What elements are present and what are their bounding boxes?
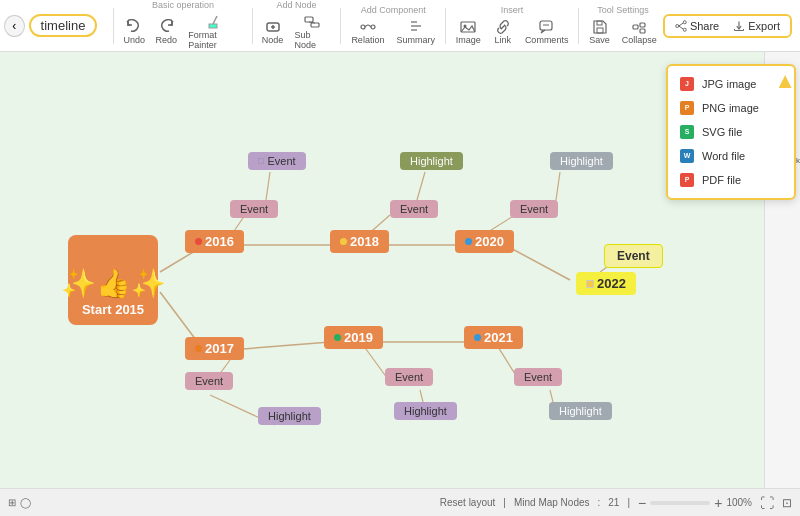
year-2019-node[interactable]: 2019 (324, 326, 383, 349)
svg-line-25 (679, 23, 684, 26)
export-png-label: PNG image (702, 102, 759, 114)
group-label-insert: Insert (501, 5, 524, 15)
export-word-option[interactable]: W Word file (668, 144, 794, 168)
undo-button[interactable]: Undo (120, 17, 148, 47)
svg-line-7 (309, 22, 315, 23)
group-label-tools: Tool Settings (597, 5, 649, 15)
start-node[interactable]: ✨👍✨ Start 2015 (68, 235, 158, 325)
year-2021-dot (474, 334, 481, 341)
zoom-slider[interactable] (650, 501, 710, 505)
highlight-2016-label: Event (267, 155, 295, 167)
event-2017-node[interactable]: Event (185, 372, 233, 390)
divider-4 (445, 8, 446, 44)
format-painter-button[interactable]: Format Painter (184, 12, 245, 52)
mode-label: Mind Map Nodes (514, 497, 590, 508)
event-2021-node[interactable]: Event (514, 368, 562, 386)
highlight-2016-icon: □ (258, 156, 263, 166)
event-2022-label: Event (617, 249, 650, 263)
export-dropdown: J JPG image P PNG image S SVG file W Wor… (666, 64, 796, 200)
highlight-2016-node[interactable]: □ Event (248, 152, 306, 170)
share-button[interactable]: Share (671, 18, 723, 34)
document-title[interactable]: timeline (29, 14, 98, 37)
highlight-2018-label: Highlight (410, 155, 453, 167)
year-2021-node[interactable]: 2021 (464, 326, 523, 349)
export-png-option[interactable]: P PNG image (668, 96, 794, 120)
event-2021-label: Event (524, 371, 552, 383)
event-2018-node[interactable]: Event (390, 200, 438, 218)
export-label: Export (748, 20, 780, 32)
share-label: Share (690, 20, 719, 32)
subnode-button[interactable]: Sub Node (291, 12, 335, 52)
link-label: Link (495, 35, 512, 45)
highlight-2019-label: Highlight (404, 405, 447, 417)
export-button[interactable]: Export (729, 18, 784, 34)
year-2022-node[interactable]: 2022 (576, 272, 636, 295)
divider-2 (252, 8, 253, 44)
svg-rect-20 (640, 23, 645, 27)
zoom-in-button[interactable]: + (714, 495, 722, 511)
status-icon-2: ◯ (20, 497, 31, 508)
highlight-2021-label: Highlight (559, 405, 602, 417)
year-2022-dot (586, 280, 594, 288)
fit-screen-button[interactable]: ⊡ (782, 496, 792, 510)
highlight-2020-label: Highlight (560, 155, 603, 167)
svg-icon: S (680, 125, 694, 139)
relation-button[interactable]: Relation (347, 17, 388, 47)
event-2022-node[interactable]: Event (604, 244, 663, 268)
svg-rect-0 (209, 24, 217, 28)
reset-layout-label: Reset layout (440, 497, 496, 508)
highlight-2017-node[interactable]: Highlight (258, 407, 321, 425)
year-2016-label: 2016 (205, 234, 234, 249)
group-label-component: Add Component (361, 5, 426, 15)
year-2016-node[interactable]: 2016 (185, 230, 244, 253)
status-icon-1: ⊞ (8, 497, 16, 508)
year-2018-node[interactable]: 2018 (330, 230, 389, 253)
png-icon: P (680, 101, 694, 115)
fullscreen-button[interactable]: ⛶ (760, 495, 774, 511)
export-pdf-option[interactable]: P PDF file (668, 168, 794, 192)
svg-rect-21 (640, 29, 645, 33)
zoom-control: − + 100% (638, 495, 752, 511)
up-arrow-icon: ▲ (774, 68, 796, 94)
highlight-2021-node[interactable]: Highlight (549, 402, 612, 420)
year-2019-dot (334, 334, 341, 341)
svg-point-24 (676, 24, 679, 27)
year-2020-node[interactable]: 2020 (455, 230, 514, 253)
redo-button[interactable]: Redo (152, 17, 180, 47)
back-button[interactable]: ‹ (4, 15, 25, 37)
year-2022-label: 2022 (597, 276, 626, 291)
image-button[interactable]: Image (452, 17, 485, 47)
svg-rect-6 (311, 23, 319, 27)
event-2019-node[interactable]: Event (385, 368, 433, 386)
event-2018-label: Event (400, 203, 428, 215)
event-2020-node[interactable]: Event (510, 200, 558, 218)
year-2019-label: 2019 (344, 330, 373, 345)
year-2017-dot (195, 345, 202, 352)
reset-layout-button[interactable]: Reset layout (440, 497, 496, 508)
event-2016-node[interactable]: Event (230, 200, 278, 218)
divider-3 (340, 8, 341, 44)
highlight-2018-node[interactable]: Highlight (400, 152, 463, 170)
export-word-label: Word file (702, 150, 745, 162)
svg-line-33 (505, 245, 570, 280)
year-2021-label: 2021 (484, 330, 513, 345)
svg-point-22 (683, 20, 686, 23)
export-svg-label: SVG file (702, 126, 742, 138)
export-svg-option[interactable]: S SVG file (668, 120, 794, 144)
year-2016-dot (195, 238, 202, 245)
svg-point-8 (361, 25, 365, 29)
node-label: Node (262, 35, 284, 45)
summary-button[interactable]: Summary (392, 17, 439, 47)
event-2020-label: Event (520, 203, 548, 215)
comments-button[interactable]: Comments (521, 17, 573, 47)
link-button[interactable]: Link (489, 17, 517, 47)
node-button[interactable]: Node (259, 17, 287, 47)
event-2019-label: Event (395, 371, 423, 383)
collapse-button[interactable]: Collapse (618, 17, 661, 47)
highlight-2020-node[interactable]: Highlight (550, 152, 613, 170)
save-button[interactable]: Save (585, 17, 614, 47)
word-icon: W (680, 149, 694, 163)
highlight-2019-node[interactable]: Highlight (394, 402, 457, 420)
zoom-out-button[interactable]: − (638, 495, 646, 511)
year-2017-node[interactable]: 2017 (185, 337, 244, 360)
